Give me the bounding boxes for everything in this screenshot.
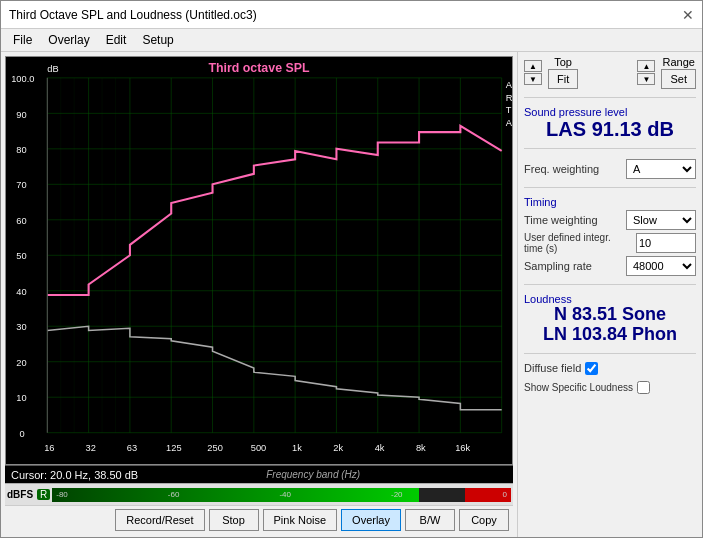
show-specific-loudness-checkbox[interactable] xyxy=(637,381,650,394)
top-up-button[interactable]: ▲ xyxy=(524,60,542,72)
range-down-button[interactable]: ▼ xyxy=(637,73,655,85)
dbfs-row: dBFS R -80 -60 -40 -20 0 xyxy=(5,483,513,505)
svg-text:60: 60 xyxy=(16,216,26,226)
channel-indicator: R xyxy=(37,489,50,500)
svg-text:100.0: 100.0 xyxy=(11,74,34,84)
svg-text:0: 0 xyxy=(19,429,24,439)
divider-3 xyxy=(524,187,696,188)
loudness-section: Loudness N 83.51 Sone LN 103.84 Phon xyxy=(524,293,696,345)
svg-text:500: 500 xyxy=(251,443,266,453)
svg-text:2k: 2k xyxy=(333,443,343,453)
sampling-rate-row: Sampling rate 48000 44100 96000 xyxy=(524,256,696,276)
loudness-value1: N 83.51 Sone xyxy=(524,305,696,325)
spl-label: Sound pressure level xyxy=(524,106,696,118)
chart-svg: 100.0 90 80 70 60 50 40 30 20 10 0 16 32… xyxy=(6,57,512,464)
range-label: Range xyxy=(663,56,695,68)
overlay-button[interactable]: Overlay xyxy=(341,509,401,531)
cursor-text: Cursor: 20.0 Hz, 38.50 dB xyxy=(11,469,138,481)
freq-weighting-select[interactable]: A B C Z xyxy=(626,159,696,179)
svg-text:20: 20 xyxy=(16,358,26,368)
svg-text:32: 32 xyxy=(86,443,96,453)
freq-weighting-row: Freq. weighting A B C Z xyxy=(524,159,696,179)
dbfs-tick-5: 0 xyxy=(503,490,507,499)
top-arrow-group: ▲ ▼ xyxy=(524,60,542,85)
svg-text:A: A xyxy=(506,80,512,90)
top-down-button[interactable]: ▼ xyxy=(524,73,542,85)
spl-value: LAS 91.13 dB xyxy=(524,118,696,140)
time-weighting-label: Time weighting xyxy=(524,214,622,226)
dbfs-tick-1: -80 xyxy=(56,490,68,499)
menu-bar: File Overlay Edit Setup xyxy=(1,29,702,52)
svg-text:10: 10 xyxy=(16,393,26,403)
dbfs-label: dBFS xyxy=(7,489,35,500)
svg-text:8k: 8k xyxy=(416,443,426,453)
svg-text:63: 63 xyxy=(127,443,137,453)
range-arrow-group: ▲ ▼ xyxy=(637,60,655,85)
chart-area: 100.0 90 80 70 60 50 40 30 20 10 0 16 32… xyxy=(1,52,517,537)
menu-setup[interactable]: Setup xyxy=(134,31,181,49)
svg-text:40: 40 xyxy=(16,287,26,297)
show-specific-loudness-row: Show Specific Loudness xyxy=(524,381,696,394)
freq-band-label: Frequency band (Hz) xyxy=(266,469,360,480)
menu-file[interactable]: File xyxy=(5,31,40,49)
top-label: Top xyxy=(554,56,572,68)
svg-text:T: T xyxy=(506,105,512,115)
record-reset-button[interactable]: Record/Reset xyxy=(115,509,204,531)
divider-1 xyxy=(524,97,696,98)
button-row: Record/Reset Stop Pink Noise Overlay B/W… xyxy=(5,505,513,533)
timing-section: Timing Time weighting Slow Fast Impulse … xyxy=(524,196,696,276)
svg-text:16k: 16k xyxy=(455,443,470,453)
svg-text:4k: 4k xyxy=(375,443,385,453)
loudness-value2: LN 103.84 Phon xyxy=(524,325,696,345)
dbfs-tick-3: -40 xyxy=(279,490,291,499)
svg-text:1k: 1k xyxy=(292,443,302,453)
chart-container: 100.0 90 80 70 60 50 40 30 20 10 0 16 32… xyxy=(5,56,513,465)
sampling-rate-label: Sampling rate xyxy=(524,260,622,272)
menu-overlay[interactable]: Overlay xyxy=(40,31,97,49)
main-window: Third Octave SPL and Loudness (Untitled.… xyxy=(0,0,703,538)
pink-noise-button[interactable]: Pink Noise xyxy=(263,509,338,531)
user-defined-input[interactable]: 10 xyxy=(636,233,696,253)
svg-text:80: 80 xyxy=(16,145,26,155)
svg-text:70: 70 xyxy=(16,180,26,190)
divider-2 xyxy=(524,148,696,149)
time-weighting-select[interactable]: Slow Fast Impulse xyxy=(626,210,696,230)
time-weighting-row: Time weighting Slow Fast Impulse xyxy=(524,210,696,230)
svg-text:Third octave SPL: Third octave SPL xyxy=(208,61,309,75)
diffuse-field-checkbox[interactable] xyxy=(585,362,598,375)
diffuse-field-row: Diffuse field xyxy=(524,362,696,375)
diffuse-field-label: Diffuse field xyxy=(524,362,581,374)
svg-text:50: 50 xyxy=(16,251,26,261)
title-bar: Third Octave SPL and Loudness (Untitled.… xyxy=(1,1,702,29)
user-defined-label: User defined integr. time (s) xyxy=(524,232,632,254)
spl-section: Sound pressure level LAS 91.13 dB xyxy=(524,106,696,140)
svg-text:125: 125 xyxy=(166,443,181,453)
sampling-rate-select[interactable]: 48000 44100 96000 xyxy=(626,256,696,276)
top-controls: ▲ ▼ Top Fit ▲ ▼ Range Set xyxy=(524,56,696,89)
window-title: Third Octave SPL and Loudness (Untitled.… xyxy=(9,8,257,22)
svg-text:16: 16 xyxy=(44,443,54,453)
svg-text:A: A xyxy=(506,118,512,128)
cursor-bar: Cursor: 20.0 Hz, 38.50 dB Frequency band… xyxy=(5,465,513,483)
copy-button[interactable]: Copy xyxy=(459,509,509,531)
user-defined-row: User defined integr. time (s) 10 xyxy=(524,232,696,254)
set-button[interactable]: Set xyxy=(661,69,696,89)
fit-button[interactable]: Fit xyxy=(548,69,578,89)
menu-edit[interactable]: Edit xyxy=(98,31,135,49)
close-button[interactable]: ✕ xyxy=(682,8,694,22)
stop-button[interactable]: Stop xyxy=(209,509,259,531)
divider-5 xyxy=(524,353,696,354)
dbfs-tick-2: -60 xyxy=(168,490,180,499)
svg-text:250: 250 xyxy=(207,443,222,453)
dbfs-tick-4: -20 xyxy=(391,490,403,499)
timing-header: Timing xyxy=(524,196,696,208)
freq-weighting-label: Freq. weighting xyxy=(524,163,622,175)
svg-text:R: R xyxy=(506,93,512,103)
divider-4 xyxy=(524,284,696,285)
svg-text:30: 30 xyxy=(16,322,26,332)
dbfs-bar-container: -80 -60 -40 -20 0 xyxy=(52,488,511,502)
svg-text:dB: dB xyxy=(47,64,58,74)
bw-button[interactable]: B/W xyxy=(405,509,455,531)
right-panel: ▲ ▼ Top Fit ▲ ▼ Range Set xyxy=(517,52,702,537)
range-up-button[interactable]: ▲ xyxy=(637,60,655,72)
